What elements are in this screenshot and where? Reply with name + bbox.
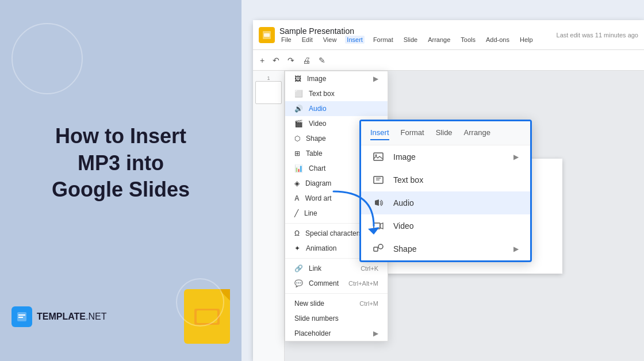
blue-video-icon [373,220,384,232]
toolbar-undo[interactable]: ↶ [270,55,282,66]
placeholder-arrow: ▶ [373,329,378,337]
blue-item-audio[interactable]: Audio [361,191,530,214]
insert-special-chars-label: Special characters [305,229,362,237]
last-edit: Last edit was 11 minutes ago [557,32,638,39]
insert-video-label: Video [309,120,326,128]
image-arrow: ▶ [373,75,378,83]
main-content: 1 add Click to add subti... 🖼 Image ▶ ⬜ [253,71,644,361]
slide-thumbnail-1[interactable] [255,81,282,104]
toolbar-redo[interactable]: ↷ [285,55,297,66]
table-icon: ⊞ [294,149,300,158]
slide-number-1: 1 [255,75,282,81]
chart-icon: 📊 [294,164,303,172]
insert-comment-label: Comment [309,279,339,287]
insert-chart-label: Chart [309,164,325,172]
menu-slide[interactable]: Slide [402,36,419,44]
shape-icon: ⬡ [294,135,300,143]
bottom-section: TEMPLATE.NET [0,289,241,344]
insert-wordart-label: Word art [305,194,332,202]
svg-rect-1 [18,314,25,316]
insert-image-label: Image [307,75,326,83]
insert-comment[interactable]: 💬 Comment Ctrl+Alt+M [285,276,388,291]
image-icon: 🖼 [294,75,301,83]
menu-format[interactable]: Format [371,36,395,44]
svg-rect-2 [18,317,23,318]
insert-table-label: Table [306,149,323,158]
svg-rect-13 [374,247,378,251]
toolbar-cursor[interactable]: ✎ [316,55,328,66]
blue-item-image[interactable]: Image ▶ [361,145,530,168]
blue-tab-format[interactable]: Format [401,126,424,140]
insert-placeholder-label: Placeholder [294,329,331,337]
logo-text: TEMPLATE.NET [37,312,106,322]
insert-image[interactable]: 🖼 Image ▶ [285,71,388,86]
menu-arrange[interactable]: Arrange [426,36,452,44]
title-bar: Sample Presentation File Edit View Inser… [253,20,644,50]
blue-image-arrow: ▶ [513,153,519,161]
blue-image-icon [373,151,384,163]
blue-audio-label: Audio [393,198,414,208]
slides-app: Sample Presentation File Edit View Inser… [253,20,644,361]
blue-insert-dropdown: Insert Format Slide Arrange Image ▶ [359,120,532,262]
toolbar: + ↶ ↷ 🖨 ✎ [253,50,644,71]
insert-shape-label: Shape [306,135,326,143]
insert-slide-numbers[interactable]: Slide numbers [285,311,388,326]
insert-audio[interactable]: 🔊 Audio [285,101,388,116]
svg-point-6 [375,155,377,156]
menu-addons[interactable]: Add-ons [484,36,511,44]
svg-marker-10 [375,199,379,206]
blue-shape-label: Shape [393,244,416,254]
blue-video-label: Video [393,221,414,231]
slides-panel: 1 [253,71,285,361]
insert-audio-label: Audio [309,105,327,113]
menu-help[interactable]: Help [518,36,535,44]
right-panel: Sample Presentation File Edit View Inser… [241,0,644,361]
insert-textbox-label: Text box [309,90,335,98]
special-chars-icon: Ω [294,229,300,237]
blue-tab-slide[interactable]: Slide [436,126,453,140]
file-icon [184,289,230,344]
insert-new-slide-label: New slide [294,299,324,308]
blue-textbox-icon [373,174,384,186]
comment-icon: 💬 [294,279,303,287]
menu-file[interactable]: File [279,36,293,44]
toolbar-plus[interactable]: + [258,55,267,66]
insert-textbox[interactable]: ⬜ Text box [285,86,388,101]
diagram-icon: ◈ [294,179,300,187]
blue-shape-icon [373,243,384,255]
file-icon-inner [194,309,220,325]
svg-rect-5 [374,153,383,160]
blue-shape-arrow: ▶ [513,245,519,253]
menu-bar[interactable]: File Edit View Insert Format Slide Arran… [279,36,535,44]
wordart-icon: A [294,194,300,202]
menu-insert[interactable]: Insert [345,36,365,44]
left-panel: How to Insert MP3 into Google Slides TEM… [0,0,241,361]
blue-item-video[interactable]: Video [361,214,530,237]
video-icon: 🎬 [294,120,303,128]
insert-link-label: Link [309,264,321,272]
blue-dropdown-header: Insert Format Slide Arrange [361,121,530,145]
blue-tab-arrange[interactable]: Arrange [464,126,490,140]
insert-animation-label: Animation [306,244,336,252]
comment-shortcut: Ctrl+Alt+M [348,280,378,287]
insert-line-label: Line [304,209,317,217]
blue-image-label: Image [393,152,416,162]
blue-item-shape[interactable]: Shape ▶ [361,237,530,260]
insert-slide-numbers-label: Slide numbers [294,314,339,322]
menu-view[interactable]: View [321,36,339,44]
template-logo-icon [12,306,32,327]
menu-tools[interactable]: Tools [459,36,477,44]
separator-3 [285,293,388,294]
animation-icon: ✦ [294,244,300,252]
audio-icon: 🔊 [294,105,303,113]
blue-tab-insert[interactable]: Insert [370,126,389,140]
insert-placeholder[interactable]: Placeholder ▶ [285,326,388,341]
new-slide-shortcut: Ctrl+M [359,300,378,307]
toolbar-print[interactable]: 🖨 [300,55,313,66]
svg-rect-4 [264,33,270,37]
insert-new-slide[interactable]: New slide Ctrl+M [285,296,388,311]
menu-edit[interactable]: Edit [300,36,315,44]
insert-link[interactable]: 🔗 Link Ctrl+K [285,261,388,276]
blue-item-textbox[interactable]: Text box [361,168,530,191]
svg-rect-11 [374,223,380,229]
